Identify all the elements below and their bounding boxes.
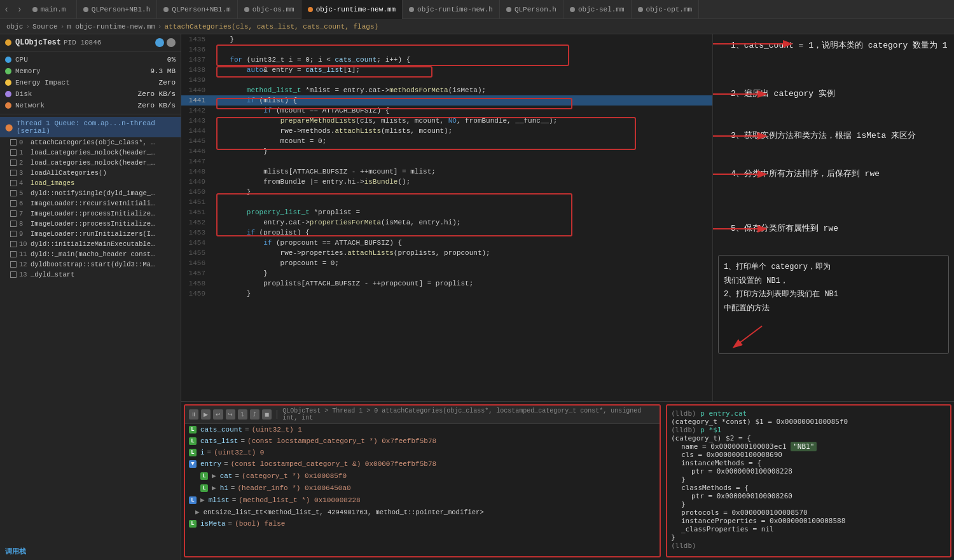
var-icon-ismeta: L xyxy=(189,520,197,528)
disk-icon xyxy=(5,91,11,97)
code-line-1445: 1445 mcount = 0; xyxy=(181,136,712,146)
tab-objc-os[interactable]: objc-os.mm xyxy=(238,0,301,19)
thread-item-icon xyxy=(10,231,17,237)
tab-main-m[interactable]: main.m xyxy=(26,0,77,19)
code-line-1450: 1450 } xyxy=(181,187,712,197)
toolbar-btn-4[interactable]: ↪ xyxy=(226,409,235,420)
sidebar: QLObjcTest PID 10846 CPU 0% Memory 9.3 M… xyxy=(0,34,181,560)
thread-item-icon xyxy=(10,200,17,207)
tab-qlperson-nb1-h[interactable]: QLPerson+NB1.h xyxy=(77,0,157,19)
sidebar-pid: PID 10846 xyxy=(64,39,101,46)
thread-item-11[interactable]: 11 dyld::_main(macho_header const*,... xyxy=(0,249,181,259)
code-and-annotations: 1435 } 1436 1437 for (uint32_t i = 0; i … xyxy=(181,34,954,401)
annotations-panel: 1、cats_count = 1，说明本类的 category 数量为 1 2、… xyxy=(712,34,954,401)
tab-qlperson-h[interactable]: QLPerson.h xyxy=(500,0,563,19)
sidebar-settings-btn[interactable] xyxy=(167,38,176,47)
tabs-container: main.m QLPerson+NB1.h QLPerson+NB1.m obj… xyxy=(26,0,954,19)
annotation-arrow-6 xyxy=(724,323,775,348)
annotation-arrow-4 xyxy=(712,165,782,184)
sidebar-info-btn[interactable] xyxy=(155,38,164,47)
thread-item-icon xyxy=(10,190,17,196)
cpu-icon xyxy=(5,57,11,63)
code-line-1444: 1444 rwe->methods.attachLists(mlists, mc… xyxy=(181,126,712,136)
toolbar-btn-5[interactable]: ⤵ xyxy=(238,409,247,420)
lldb-output: (lldb) p entry.cat (category_t *const) $… xyxy=(667,406,950,554)
toolbar-btn-3[interactable]: ↩ xyxy=(213,409,223,420)
tab-objc-runtime-new-h[interactable]: objc-runtime-new.h xyxy=(403,0,500,19)
thread-item-10[interactable]: 10 dyld::initializeMainExecutable() xyxy=(0,239,181,249)
code-line-1436: 1436 xyxy=(181,44,712,55)
var-mlist[interactable]: L ▶ mlist = (method_list_t *) 0x10000822… xyxy=(185,494,660,506)
debug-toolbar: ⏸ ▶ ↩ ↪ ⤵ ⤴ ◼ QLObjcTest > Thread 1 > 0 … xyxy=(185,406,660,424)
toolbar-btn-6[interactable]: ⤴ xyxy=(250,409,259,420)
energy-icon xyxy=(5,79,11,86)
thread-item-13[interactable]: 13 _dyld_start xyxy=(0,270,181,280)
nav-back[interactable]: ‹ xyxy=(0,4,13,15)
thread-item-3[interactable]: 3 loadAllCategories() xyxy=(0,168,181,178)
thread-item-icon xyxy=(10,180,17,186)
toolbar-btn-7[interactable]: ◼ xyxy=(262,409,272,420)
thread-item-7[interactable]: 7 ImageLoader::processInitializers(Ima..… xyxy=(0,208,181,219)
var-icon-expand: ▼ xyxy=(189,460,197,468)
top-tab-bar: ‹ › main.m QLPerson+NB1.h QLPerson+NB1.m… xyxy=(0,0,954,19)
thread-item-6[interactable]: 6 ImageLoader::recursiveInitialization(I… xyxy=(0,198,181,208)
sidebar-header: QLObjcTest PID 10846 xyxy=(0,34,181,51)
nav-forward[interactable]: › xyxy=(13,4,25,15)
call-stack-label: 调用栈 xyxy=(0,543,181,560)
thread-item-8[interactable]: 8 ImageLoader::processInitializers(Ima..… xyxy=(0,219,181,229)
code-line-1459: 1459 } xyxy=(181,289,712,299)
thread-header: ⬤ Thread 1 Queue: com.ap...n-thread (ser… xyxy=(0,117,181,137)
var-ismeta[interactable]: L isMeta = (bool) false xyxy=(185,518,660,529)
var-hi[interactable]: L ▶ hi = (header_info *) 0x1006450a0 xyxy=(185,482,660,494)
toolbar-btn-2[interactable]: ▶ xyxy=(201,409,211,420)
memory-row: Memory 9.3 MB xyxy=(0,65,181,77)
thread-item-icon xyxy=(10,251,17,257)
toolbar-btn-1[interactable]: ⏸ xyxy=(189,409,198,420)
code-line-1439: 1439 xyxy=(181,75,712,85)
svg-line-5 xyxy=(736,326,762,345)
var-cats-list[interactable]: L cats_list = (const locstamped_category… xyxy=(185,435,660,447)
lldb-panel: (lldb) p entry.cat (category_t *const) $… xyxy=(666,404,951,557)
code-line-1442: 1442 if (mcount == ATTACH_BUFSIZ) { xyxy=(181,106,712,116)
main-content: 1435 } 1436 1437 for (uint32_t i = 0; i … xyxy=(181,34,954,560)
tab-objc-sel[interactable]: objc-sel.mm xyxy=(563,0,632,19)
code-line-1452: 1452 entry.cat->propertiesForMeta(isMeta… xyxy=(181,217,712,228)
var-i[interactable]: L i = (uint32_t) 0 xyxy=(185,447,660,458)
thread-item-1[interactable]: 1 load_categories_nolock(header_info... xyxy=(0,147,181,158)
thread-item-12[interactable]: 12 dyldbootstrap::start(dyld3::MachOL... xyxy=(0,259,181,270)
code-line-1455: 1455 rwe->properties.attachLists(proplis… xyxy=(181,248,712,258)
code-editor[interactable]: 1435 } 1436 1437 for (uint32_t i = 0; i … xyxy=(181,34,712,401)
thread-item-9[interactable]: 9 ImageLoader::runInitializers(ImageLo..… xyxy=(0,229,181,239)
thread-item-icon xyxy=(10,170,17,176)
code-line-1451: 1451 xyxy=(181,197,712,207)
var-cat[interactable]: L ▶ cat = (category_t *) 0x100085f0 xyxy=(185,470,660,482)
thread-item-2[interactable]: 2 load_categories_nolock(header_info*) xyxy=(0,158,181,168)
code-line-1449: 1449 fromBundle |= entry.hi->isBundle(); xyxy=(181,177,712,187)
annotation-arrow-5 xyxy=(712,219,782,238)
code-lines: 1435 } 1436 1437 for (uint32_t i = 0; i … xyxy=(181,34,712,299)
memory-icon xyxy=(5,68,11,74)
var-entry-expand[interactable]: ▼ entry = (const locstamped_category_t &… xyxy=(185,458,660,470)
metrics-section: CPU 0% Memory 9.3 MB Energy Impact Zero … xyxy=(0,51,181,114)
thread-item-icon xyxy=(10,221,17,227)
tab-objc-opt[interactable]: objc-opt.mm xyxy=(632,0,700,19)
network-icon xyxy=(5,102,11,109)
thread-item-icon xyxy=(10,149,17,156)
cpu-row: CPU 0% xyxy=(0,54,181,65)
code-line-1438: 1438 auto& entry = cats_list[i]; xyxy=(181,65,712,75)
tab-qlperson-nb1-m[interactable]: QLPerson+NB1.m xyxy=(157,0,237,19)
thread-item-icon xyxy=(10,210,17,217)
var-cats-count[interactable]: L cats_count = (uint32_t) 1 xyxy=(185,424,660,435)
energy-row: Energy Impact Zero xyxy=(0,77,181,88)
thread-item-0[interactable]: 0 attachCategories(objc_class*, locsta..… xyxy=(0,137,181,147)
breadcrumb: objc › Source › m objc-runtime-new.mm › … xyxy=(0,19,954,34)
var-entsize[interactable]: ▶ entsize_list_tt<method_list_t, 4294901… xyxy=(185,506,660,518)
disk-row: Disk Zero KB/s xyxy=(0,88,181,100)
tab-objc-runtime-new[interactable]: objc-runtime-new.mm xyxy=(301,0,403,19)
code-line-1457: 1457 } xyxy=(181,268,712,278)
sidebar-app-title: QLObjcTest xyxy=(15,38,61,47)
thread-section: ⬤ Thread 1 Queue: com.ap...n-thread (ser… xyxy=(0,114,181,543)
thread-item-5[interactable]: 5 dyld::notifySingle(dyld_image_state... xyxy=(0,188,181,198)
code-line-1440: 1440 method_list_t *mlist = entry.cat->m… xyxy=(181,85,712,95)
thread-item-4[interactable]: 4 load_images xyxy=(0,178,181,188)
